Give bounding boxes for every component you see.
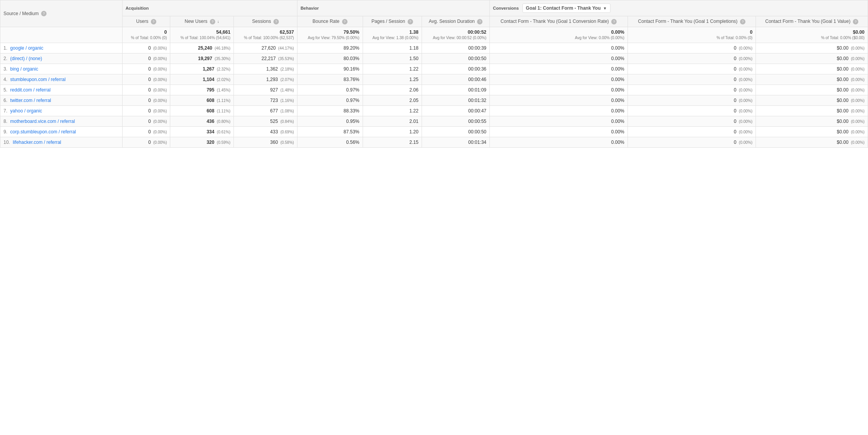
sessions-cell-5: 723 (1.16%) — [234, 95, 297, 105]
conv-rate-cell-4: 0.00% — [490, 85, 628, 95]
bounce-rate-cell-7: 0.95% — [297, 116, 363, 126]
conv-value-help-icon[interactable]: ? — [853, 19, 858, 24]
avg-session-cell-2: 00:00:36 — [422, 64, 489, 74]
conv-rate-cell-6: 0.00% — [490, 105, 628, 116]
conv-completions-cell-3: 0 (0.00%) — [628, 74, 756, 85]
users-col-header: Users ? — [122, 16, 170, 27]
totals-avg-session: 00:00:52 Avg for View: 00:00:52 (0.00%) — [422, 27, 489, 43]
table-row: 7. yahoo / organic 0 (0.00%) 608 (1.11%)… — [0, 105, 868, 116]
avg-session-cell-7: 00:00:55 — [422, 116, 489, 126]
source-cell-9: 10. lifehacker.com / referral — [0, 137, 123, 147]
goal-dropdown[interactable]: Goal 1: Contact Form - Thank You ▼ — [522, 3, 610, 13]
chevron-down-icon: ▼ — [603, 6, 607, 10]
conv-value-cell-5: $0.00 (0.00%) — [756, 95, 868, 105]
bounce-rate-help-icon[interactable]: ? — [342, 19, 348, 24]
sort-descending-icon[interactable]: ↓ — [217, 19, 219, 24]
sessions-cell-6: 677 (1.08%) — [234, 105, 297, 116]
users-help-icon[interactable]: ? — [151, 19, 156, 24]
users-cell-5: 0 (0.00%) — [122, 95, 170, 105]
row-number: 8. — [3, 119, 7, 124]
new-users-help-icon[interactable]: ? — [210, 19, 215, 24]
pages-session-cell-6: 1.22 — [363, 105, 422, 116]
pages-session-cell-0: 1.18 — [363, 43, 422, 53]
conv-completions-cell-0: 0 (0.00%) — [628, 43, 756, 53]
conv-rate-cell-5: 0.00% — [490, 95, 628, 105]
source-medium-help-icon[interactable]: ? — [41, 11, 47, 16]
users-cell-9: 0 (0.00%) — [122, 137, 170, 147]
avg-session-cell-4: 00:01:09 — [422, 85, 489, 95]
bounce-rate-cell-2: 90.16% — [297, 64, 363, 74]
avg-session-cell-1: 00:00:50 — [422, 53, 489, 64]
avg-session-cell-9: 00:01:34 — [422, 137, 489, 147]
source-link-0[interactable]: google / organic — [10, 45, 43, 51]
new-users-cell-8: 334 (0.61%) — [170, 126, 234, 137]
pages-session-cell-7: 2.01 — [363, 116, 422, 126]
sessions-cell-9: 360 (0.58%) — [234, 137, 297, 147]
behavior-header: Behavior — [297, 0, 489, 16]
totals-bounce-rate: 79.50% Avg for View: 79.50% (0.00%) — [297, 27, 363, 43]
users-cell-8: 0 (0.00%) — [122, 126, 170, 137]
table-row: 2. (direct) / (none) 0 (0.00%) 19,297 (3… — [0, 53, 868, 64]
analytics-table: Source / Medium ? Acquisition Behavior C… — [0, 0, 868, 148]
sessions-cell-2: 1,362 (2.18%) — [234, 64, 297, 74]
source-cell-7: 8. motherboard.vice.com / referral — [0, 116, 123, 126]
row-number: 2. — [3, 56, 7, 61]
bounce-rate-cell-3: 83.76% — [297, 74, 363, 85]
conv-rate-cell-1: 0.00% — [490, 53, 628, 64]
new-users-cell-6: 608 (1.11%) — [170, 105, 234, 116]
avg-session-cell-3: 00:00:46 — [422, 74, 489, 85]
totals-conv-rate: 0.00% Avg for View: 0.00% (0.00%) — [490, 27, 628, 43]
conv-value-cell-0: $0.00 (0.00%) — [756, 43, 868, 53]
bounce-rate-cell-5: 0.97% — [297, 95, 363, 105]
conv-value-cell-8: $0.00 (0.00%) — [756, 126, 868, 137]
users-cell-2: 0 (0.00%) — [122, 64, 170, 74]
conv-rate-help-icon[interactable]: ? — [611, 19, 617, 24]
row-number: 9. — [3, 129, 7, 135]
conv-value-cell-2: $0.00 (0.00%) — [756, 64, 868, 74]
source-cell-2: 3. bing / organic — [0, 64, 123, 74]
source-link-6[interactable]: yahoo / organic — [10, 108, 42, 114]
source-link-5[interactable]: twitter.com / referral — [10, 98, 51, 103]
pages-session-cell-1: 1.50 — [363, 53, 422, 64]
conv-completions-help-icon[interactable]: ? — [740, 19, 745, 24]
source-link-9[interactable]: lifehacker.com / referral — [13, 140, 61, 145]
totals-users: 0 % of Total: 0.00% (0) — [122, 27, 170, 43]
conv-rate-cell-0: 0.00% — [490, 43, 628, 53]
sessions-cell-0: 27,620 (44.17%) — [234, 43, 297, 53]
source-link-8[interactable]: corp.stumbleupon.com / referral — [10, 129, 76, 135]
row-number: 3. — [3, 66, 7, 72]
conv-rate-cell-2: 0.00% — [490, 64, 628, 74]
source-link-2[interactable]: bing / organic — [10, 66, 38, 72]
row-number: 5. — [3, 87, 7, 93]
users-cell-7: 0 (0.00%) — [122, 116, 170, 126]
totals-conv-value: $0.00 % of Total: 0.00% ($0.00) — [756, 27, 868, 43]
source-cell-0: 1. google / organic — [0, 43, 123, 53]
conv-rate-col-header: Contact Form - Thank You (Goal 1 Convers… — [490, 16, 628, 27]
avg-session-cell-5: 00:01:32 — [422, 95, 489, 105]
totals-source-cell — [0, 27, 123, 43]
conv-completions-cell-5: 0 (0.00%) — [628, 95, 756, 105]
sessions-help-icon[interactable]: ? — [273, 19, 279, 24]
table-row: 4. stumbleupon.com / referral 0 (0.00%) … — [0, 74, 868, 85]
conv-rate-cell-3: 0.00% — [490, 74, 628, 85]
conv-rate-cell-9: 0.00% — [490, 137, 628, 147]
sessions-cell-4: 927 (1.48%) — [234, 85, 297, 95]
source-medium-header: Source / Medium ? — [0, 0, 123, 27]
table-row: 6. twitter.com / referral 0 (0.00%) 608 … — [0, 95, 868, 105]
bounce-rate-cell-8: 87.53% — [297, 126, 363, 137]
new-users-cell-9: 320 (0.59%) — [170, 137, 234, 147]
totals-row: 0 % of Total: 0.00% (0) 54,661 % of Tota… — [0, 27, 868, 43]
source-link-7[interactable]: motherboard.vice.com / referral — [10, 119, 75, 124]
avg-session-help-icon[interactable]: ? — [477, 19, 482, 24]
sessions-cell-1: 22,217 (35.53%) — [234, 53, 297, 64]
pages-session-cell-4: 2.06 — [363, 85, 422, 95]
source-link-4[interactable]: reddit.com / referral — [10, 87, 50, 93]
pages-session-cell-9: 2.15 — [363, 137, 422, 147]
source-link-1[interactable]: (direct) / (none) — [10, 56, 42, 61]
avg-session-col-header: Avg. Session Duration ? — [422, 16, 489, 27]
table-row: 9. corp.stumbleupon.com / referral 0 (0.… — [0, 126, 868, 137]
conv-value-cell-4: $0.00 (0.00%) — [756, 85, 868, 95]
pages-session-help-icon[interactable]: ? — [408, 19, 413, 24]
source-link-3[interactable]: stumbleupon.com / referral — [10, 77, 66, 82]
pages-session-col-header: Pages / Session ? — [363, 16, 422, 27]
